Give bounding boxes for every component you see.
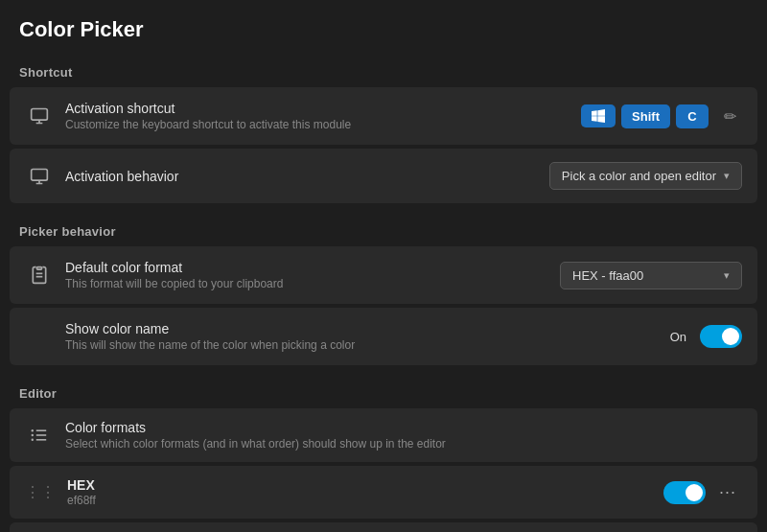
color-formats-subtitle: Select which color formats (and in what … <box>65 437 742 451</box>
edit-shortcut-button[interactable]: ✏ <box>718 104 742 129</box>
activation-behavior-content: Activation behavior <box>65 169 549 184</box>
color-format-value: HEX - ffaa00 <box>572 268 643 283</box>
svg-rect-0 <box>32 109 48 121</box>
hex-value: ef68ff <box>67 494 663 507</box>
list-icon <box>25 428 54 443</box>
default-color-format-title: Default color format <box>65 260 560 275</box>
hex-entry: HEX ef68ff <box>67 477 663 507</box>
clipboard-icon <box>25 266 54 285</box>
activation-behavior-dropdown[interactable]: Pick a color and open editor ▾ <box>549 162 742 190</box>
color-formats-content: Color formats Select which color formats… <box>65 420 742 451</box>
svg-rect-2 <box>37 267 42 270</box>
activation-behavior-action: Pick a color and open editor ▾ <box>549 162 742 190</box>
default-color-format-content: Default color format This format will be… <box>65 260 560 290</box>
color-format-arrow-icon: ▾ <box>724 269 730 282</box>
activation-shortcut-subtitle: Customize the keyboard shortcut to activ… <box>65 118 581 131</box>
c-key-button[interactable]: C <box>676 104 709 128</box>
activation-behavior-title: Activation behavior <box>65 169 549 184</box>
activation-shortcut-content: Activation shortcut Customize the keyboa… <box>65 101 581 131</box>
monitor-icon <box>25 106 54 126</box>
drag-handle-icon[interactable]: ⋮⋮ <box>25 483 56 501</box>
shortcut-keys-group: Shift C ✏ <box>581 104 742 129</box>
hex-format-row: ⋮⋮ HEX ef68ff ··· <box>10 466 757 519</box>
editor-section-label: Editor <box>0 377 767 406</box>
color-format-action: HEX - ffaa00 ▾ <box>560 262 742 289</box>
show-color-name-title: Show color name <box>65 321 670 336</box>
color-formats-title: Color formats <box>65 420 742 435</box>
page-title: Color Picker <box>0 0 767 56</box>
rgb-format-row: ⋮⋮ RGB rgb(239, 104, 255) ··· <box>10 522 757 532</box>
color-formats-header-card: Color formats Select which color formats… <box>10 408 757 462</box>
hex-toggle[interactable] <box>663 481 706 504</box>
activation-shortcut-card: Activation shortcut Customize the keyboa… <box>10 87 757 145</box>
monitor-icon-2 <box>25 167 54 186</box>
show-color-name-card: Show color name This will show the name … <box>10 308 757 365</box>
toggle-on-label: On <box>670 330 686 344</box>
svg-rect-1 <box>32 169 48 180</box>
show-color-name-content: Show color name This will show the name … <box>65 321 670 352</box>
show-color-name-toggle[interactable] <box>700 325 742 348</box>
default-color-format-card: Default color format This format will be… <box>10 246 757 304</box>
hex-more-button[interactable]: ··· <box>713 480 742 504</box>
activation-behavior-value: Pick a color and open editor <box>562 169 716 183</box>
show-color-name-action: On <box>670 325 742 348</box>
activation-shortcut-title: Activation shortcut <box>65 101 581 116</box>
win-key-button[interactable] <box>581 104 616 127</box>
default-color-format-subtitle: This format will be copied to your clipb… <box>65 277 560 290</box>
show-color-name-subtitle: This will show the name of the color whe… <box>65 338 670 352</box>
picker-section-label: Picker behavior <box>0 215 767 244</box>
shift-key-button[interactable]: Shift <box>621 104 670 128</box>
hex-name: HEX <box>67 477 663 493</box>
color-format-dropdown[interactable]: HEX - ffaa00 ▾ <box>560 262 742 289</box>
activation-behavior-card: Activation behavior Pick a color and ope… <box>10 149 757 203</box>
shortcut-section-label: Shortcut <box>0 56 767 85</box>
dropdown-arrow-icon: ▾ <box>724 170 730 182</box>
